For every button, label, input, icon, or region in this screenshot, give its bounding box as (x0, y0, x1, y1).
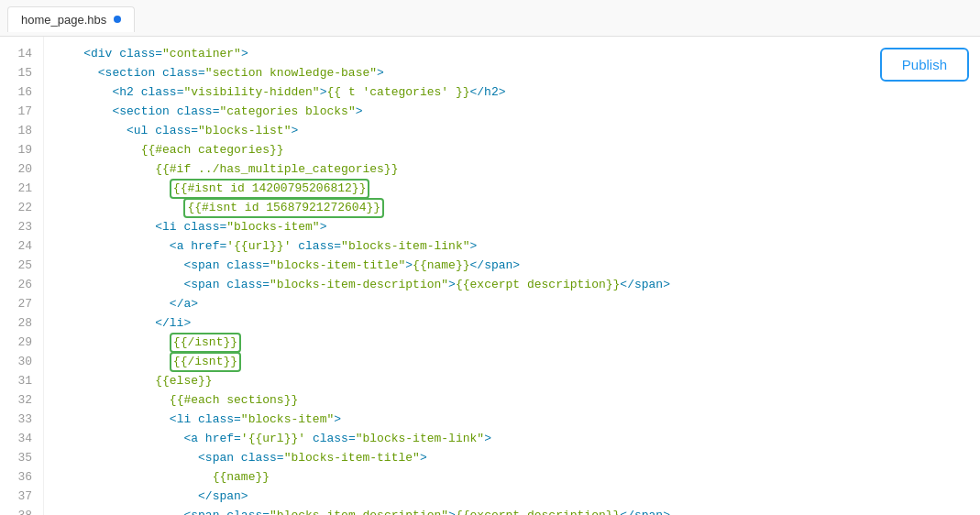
tag-token: </a> (170, 297, 198, 311)
tag-token: > (470, 239, 478, 253)
code-line: <a href='{{url}}' class="blocks-item-lin… (55, 236, 969, 256)
code-line: <ul class="blocks-list"> (55, 121, 969, 140)
code-line: <span class="blocks-item-title">{{name}}… (55, 256, 969, 275)
hbs-token: {{name}} (413, 258, 469, 272)
tag-token: > (420, 451, 427, 465)
code-line: <li class="blocks-item"> (55, 217, 969, 236)
code-line: {{#if ../has_multiple_categories}} (55, 159, 969, 179)
tag-token: <div (83, 47, 112, 60)
tag-token: > (334, 412, 341, 426)
tag-token: </span> (620, 509, 670, 515)
line-numbers: 1415161718192021222324252627282930313233… (0, 37, 44, 515)
tag-token: <span (183, 509, 219, 515)
code-line: </span> (55, 487, 969, 506)
code-line: <span class="blocks-item-description">{{… (55, 275, 969, 294)
attr-token: class= (219, 258, 270, 272)
attr-token: class= (134, 85, 184, 99)
attr-token: class= (148, 124, 198, 137)
tag-token: > (356, 104, 363, 118)
attr-token: class= (234, 451, 284, 465)
attr-token: href= (183, 239, 226, 253)
attr-token: class= (305, 432, 356, 445)
hbs-highlight-token: {{#isnt id 15687921272604}} (183, 198, 384, 218)
tag-token: </span> (470, 258, 521, 272)
tag-token: > (484, 432, 491, 445)
code-area[interactable]: <div class="container"> <section class="… (44, 37, 980, 515)
hbs-token: {{name}} (213, 470, 270, 484)
hbs-highlight2-token: {{/isnt}} (170, 352, 241, 372)
attr-token: class= (219, 278, 270, 291)
string-token: "blocks-item" (226, 220, 319, 234)
code-line: {{/isnt}} (55, 333, 969, 352)
hbs-token: {{else}} (155, 374, 212, 388)
string-token: "blocks-item-link" (341, 239, 469, 253)
code-line: {{/isnt}} (55, 352, 969, 371)
hbs-token: {{#each categories}} (141, 143, 284, 157)
code-line: <section class="section knowledge-base"> (55, 63, 969, 82)
code-line: {{#isnt id 14200795206812}} (55, 179, 969, 198)
attr-token: class= (112, 47, 162, 60)
hbs-token: {{ t 'categories' }} (326, 85, 469, 99)
tag-token: </span> (198, 489, 248, 503)
code-line: {{#isnt id 15687921272604}} (55, 198, 969, 217)
string-token: "blocks-item-description" (270, 278, 448, 291)
code-line: {{name}} (55, 467, 969, 487)
string-token: "blocks-item-link" (356, 432, 484, 445)
tag-token: <h2 (112, 85, 133, 99)
code-line: </a> (55, 294, 969, 313)
string-token: "blocks-item" (241, 412, 334, 426)
code-line: <div class="container"> (55, 44, 969, 63)
code-line: <h2 class="visibility-hidden">{{ t 'cate… (55, 82, 969, 102)
tag-token: </h2> (470, 85, 506, 99)
hbs-highlight2-token: {{/isnt}} (170, 333, 241, 353)
code-line: <a href='{{url}}' class="blocks-item-lin… (55, 429, 969, 448)
tag-token: <a (170, 239, 184, 253)
tag-token: </li> (155, 316, 191, 330)
tag-token: <ul (127, 124, 148, 137)
tag-token: > (291, 124, 298, 137)
attr-token: href= (198, 432, 241, 445)
tag-token: > (377, 66, 384, 80)
editor: 1415161718192021222324252627282930313233… (0, 37, 980, 515)
tab-filename: home_page.hbs (21, 13, 106, 27)
code-line: <li class="blocks-item"> (55, 410, 969, 429)
hbs-token: {{#if ../has_multiple_categories}} (155, 162, 398, 176)
attr-token: class= (170, 104, 220, 118)
hbs-token: {{#each sections}} (170, 393, 298, 407)
string-token: "section knowledge-base" (205, 66, 377, 80)
string-token: "visibility-hidden" (183, 85, 319, 99)
tag-token: > (448, 278, 456, 291)
tag-token: <li (155, 220, 176, 234)
code-line: </li> (55, 313, 969, 333)
tag-token: <span (183, 258, 219, 272)
string-token: "blocks-item-title" (270, 258, 405, 272)
tag-token: <a (183, 432, 198, 445)
string-token: "container" (162, 47, 241, 60)
tab-bar: home_page.hbs (0, 0, 980, 37)
string-token: '{{url}}' (241, 432, 305, 445)
code-line: {{else}} (55, 371, 969, 390)
tag-token: <span (183, 278, 219, 291)
code-line: <span class="blocks-item-title"> (55, 448, 969, 467)
code-line: <section class="categories blocks"> (55, 102, 969, 121)
string-token: "blocks-item-description" (270, 509, 448, 515)
hbs-token: {{excerpt description}} (456, 509, 620, 515)
tag-token: > (448, 509, 456, 515)
string-token: "blocks-item-title" (284, 451, 420, 465)
attr-token: class= (219, 509, 270, 515)
attr-token: class= (291, 239, 341, 253)
tag-token: > (405, 258, 413, 272)
file-tab[interactable]: home_page.hbs (7, 6, 135, 32)
code-line: {{#each sections}} (55, 390, 969, 410)
tag-token: <section (112, 104, 169, 118)
tab-modified-dot (114, 16, 121, 23)
attr-token: class= (177, 220, 227, 234)
hbs-token: {{excerpt description}} (456, 278, 620, 291)
publish-button[interactable]: Publish (880, 48, 969, 82)
string-token: '{{url}}' (226, 239, 291, 253)
tag-token: <li (170, 412, 191, 426)
string-token: "blocks-list" (198, 124, 291, 137)
code-line: {{#each categories}} (55, 140, 969, 159)
string-token: "categories blocks" (219, 104, 355, 118)
attr-token: class= (155, 66, 205, 80)
